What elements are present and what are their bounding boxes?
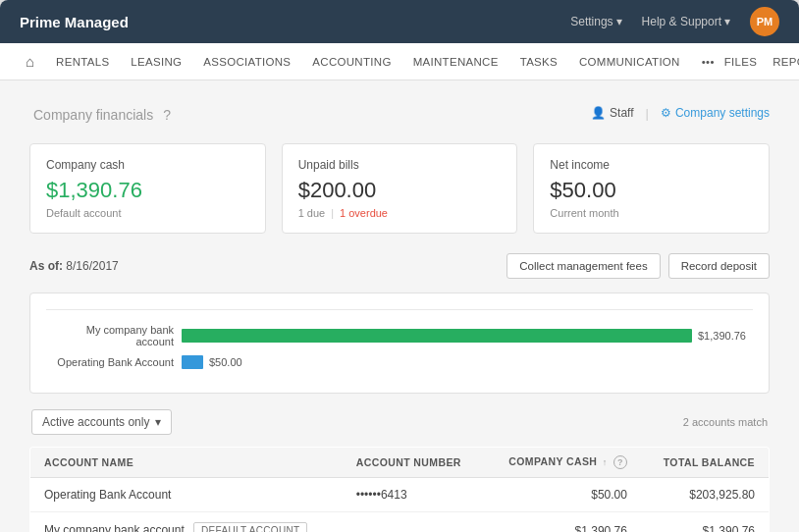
action-buttons: Collect management fees Record deposit bbox=[506, 253, 770, 279]
chevron-down-icon: ▾ bbox=[724, 15, 730, 28]
cell-account-name: Operating Bank Account bbox=[30, 478, 343, 512]
divider: | bbox=[646, 106, 649, 121]
page-header: Company financials ? 👤 Staff | ⚙ Company… bbox=[29, 100, 770, 126]
main-content: Company financials ? 👤 Staff | ⚙ Company… bbox=[0, 80, 799, 532]
default-account-badge: DEFAULT ACCOUNT bbox=[193, 522, 307, 532]
card-sub: Current month bbox=[550, 207, 753, 219]
card-value: $200.00 bbox=[298, 178, 502, 203]
nav-item-rentals[interactable]: RENTALS bbox=[46, 48, 119, 76]
bar-row-bank: My company bank account $1,390.76 bbox=[46, 324, 753, 347]
filter-select[interactable]: Active accounts only ▾ bbox=[31, 409, 172, 435]
bar-container: $50.00 bbox=[182, 355, 753, 369]
table-row: My company bank account DEFAULT ACCOUNT … bbox=[30, 512, 770, 532]
col-account-number: ACCOUNT NUMBER bbox=[343, 448, 485, 478]
nav-item-tasks[interactable]: TASKS bbox=[510, 48, 567, 76]
nav-left: ⌂ RENTALS LEASING ASSOCIATIONS ACCOUNTIN… bbox=[16, 45, 724, 78]
card-company-cash: Company cash $1,390.76 Default account bbox=[29, 143, 266, 234]
bar-label: Operating Bank Account bbox=[46, 356, 174, 368]
collect-management-fees-button[interactable]: Collect management fees bbox=[506, 253, 660, 279]
sort-icon: ↑ bbox=[603, 457, 608, 467]
page-title: Company financials ? bbox=[29, 100, 171, 126]
chevron-down-icon: ▾ bbox=[155, 415, 161, 429]
staff-icon: 👤 bbox=[591, 106, 606, 120]
bar-row-operating: Operating Bank Account $50.00 bbox=[46, 355, 753, 369]
record-deposit-button[interactable]: Record deposit bbox=[668, 253, 770, 279]
card-unpaid-bills: Unpaid bills $200.00 1 due | 1 overdue bbox=[282, 143, 518, 234]
summary-cards: Company cash $1,390.76 Default account U… bbox=[29, 143, 770, 234]
nav-item-communication[interactable]: COMMUNICATION bbox=[569, 48, 690, 76]
navbar: ⌂ RENTALS LEASING ASSOCIATIONS ACCOUNTIN… bbox=[0, 43, 799, 80]
filter-label: Active accounts only bbox=[42, 415, 149, 429]
info-icon[interactable]: ? bbox=[613, 455, 627, 469]
chart-section: My company bank account $1,390.76 Operat… bbox=[29, 293, 770, 394]
card-sub: Default account bbox=[46, 207, 249, 219]
card-value: $1,390.76 bbox=[46, 178, 249, 203]
staff-link[interactable]: 👤 Staff bbox=[591, 106, 633, 120]
nav-item-accounting[interactable]: ACCOUNTING bbox=[302, 48, 400, 76]
card-net-income: Net income $50.00 Current month bbox=[533, 143, 770, 234]
nav-item-associations[interactable]: ASSOCIATIONS bbox=[193, 48, 300, 76]
bar-value: $50.00 bbox=[209, 356, 242, 368]
cell-account-number: ••••••6413 bbox=[343, 478, 485, 512]
cell-company-cash: $50.00 bbox=[485, 478, 641, 512]
settings-link[interactable]: Settings ▾ bbox=[570, 15, 621, 28]
nav-home-icon[interactable]: ⌂ bbox=[16, 45, 44, 78]
bar-green bbox=[182, 329, 692, 343]
bar-value: $1,390.76 bbox=[698, 330, 746, 342]
table-header-row: ACCOUNT NAME ACCOUNT NUMBER COMPANY CASH… bbox=[30, 448, 770, 478]
nav-item-leasing[interactable]: LEASING bbox=[121, 48, 191, 76]
company-settings-link[interactable]: ⚙ Company settings bbox=[661, 106, 770, 120]
nav-right: FILES REPORTS 🔍 bbox=[724, 54, 799, 70]
card-label: Net income bbox=[550, 158, 753, 172]
chart-divider bbox=[46, 309, 753, 310]
card-label: Company cash bbox=[46, 158, 249, 172]
filter-row: Active accounts only ▾ 2 accounts match bbox=[29, 409, 770, 435]
divider-v: | bbox=[331, 207, 334, 219]
nav-item-maintenance[interactable]: MAINTENANCE bbox=[403, 48, 508, 76]
accounts-table: ACCOUNT NAME ACCOUNT NUMBER COMPANY CASH… bbox=[29, 447, 770, 532]
avatar[interactable]: PM bbox=[750, 7, 779, 36]
bar-blue bbox=[182, 355, 203, 369]
nav-item-reports[interactable]: REPORTS bbox=[772, 56, 799, 68]
nav-item-files[interactable]: FILES bbox=[724, 56, 757, 68]
col-total-balance: TOTAL BALANCE bbox=[641, 448, 770, 478]
help-support-link[interactable]: Help & Support ▾ bbox=[642, 15, 730, 28]
app-window: Prime Managed Settings ▾ Help & Support … bbox=[0, 0, 799, 532]
brand-title: Prime Managed bbox=[20, 14, 129, 30]
as-of-text: As of: 8/16/2017 bbox=[29, 259, 119, 273]
table-row: Operating Bank Account ••••••6413 $50.00… bbox=[30, 478, 770, 512]
col-account-name: ACCOUNT NAME bbox=[30, 448, 343, 478]
card-sub: 1 due | 1 overdue bbox=[298, 207, 502, 219]
as-of-row: As of: 8/16/2017 Collect management fees… bbox=[29, 253, 770, 279]
filter-count: 2 accounts match bbox=[683, 416, 768, 428]
cell-company-cash: $1,390.76 bbox=[485, 512, 641, 532]
titlebar: Prime Managed Settings ▾ Help & Support … bbox=[0, 0, 799, 43]
card-label: Unpaid bills bbox=[298, 158, 502, 172]
cell-account-number bbox=[343, 512, 485, 532]
chevron-down-icon: ▾ bbox=[616, 15, 622, 28]
overdue-badge: 1 overdue bbox=[340, 207, 388, 219]
card-value: $50.00 bbox=[550, 178, 753, 203]
col-company-cash: COMPANY CASH ↑ ? bbox=[485, 448, 641, 478]
bar-label: My company bank account bbox=[46, 324, 174, 347]
cell-total-balance: $203,925.80 bbox=[641, 478, 770, 512]
nav-item-more[interactable]: ••• bbox=[692, 48, 724, 76]
cell-total-balance: $1,390.76 bbox=[641, 512, 770, 532]
titlebar-right: Settings ▾ Help & Support ▾ PM bbox=[570, 7, 779, 36]
gear-icon: ⚙ bbox=[661, 106, 671, 120]
bar-container: $1,390.76 bbox=[182, 329, 753, 343]
page-actions: 👤 Staff | ⚙ Company settings bbox=[591, 106, 770, 121]
cell-account-name: My company bank account DEFAULT ACCOUNT bbox=[30, 512, 343, 532]
